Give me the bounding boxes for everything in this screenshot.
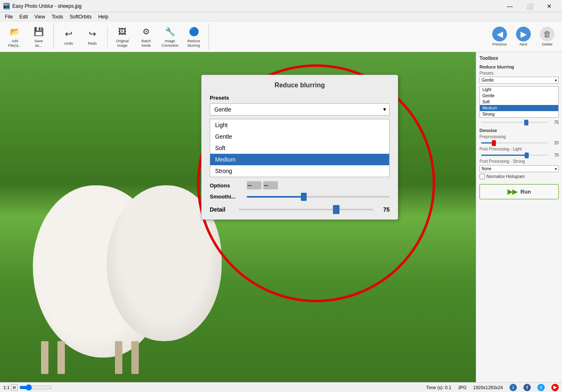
next-icon: ▶ — [516, 27, 531, 41]
smoothing-row: Smoothi... — [210, 194, 390, 200]
reduce-blurring-panel: Reduce blurring Presets Gentle ▼ Light G… — [201, 75, 398, 220]
menu-softorbits[interactable]: SoftOrbits — [67, 12, 95, 21]
status-right: Time (s): 0.1 JPG 1920x1283x24 i f t ▶ — [426, 384, 559, 391]
menu-tools[interactable]: Tools — [48, 12, 67, 21]
save-as-icon: 💾 — [32, 25, 45, 38]
zoom-controls: 1:1 ⊞ — [3, 384, 52, 391]
run-label: Run — [521, 189, 531, 195]
close-button[interactable]: ✕ — [540, 0, 559, 12]
next-label: Next — [520, 42, 528, 46]
toolbox-post-light-value: 70 — [549, 153, 559, 157]
option-icon-1[interactable] — [247, 181, 262, 189]
batch-mode-button[interactable]: ⚙ BatchMode — [135, 23, 158, 50]
undo-icon: ↩ — [62, 27, 75, 41]
toolbox-preprocessing-slider[interactable] — [481, 142, 547, 144]
menu-file[interactable]: File — [2, 12, 16, 21]
youtube-icon[interactable]: ▶ — [551, 384, 559, 391]
toolbox-post-strong-wrapper: None Light Medium Strong ▼ — [479, 165, 559, 172]
menu-help[interactable]: Help — [95, 12, 112, 21]
add-file-label: AddFile(s)... — [8, 39, 22, 48]
options-label: Options — [210, 182, 243, 189]
toolbox-preprocessing-slider-row: 20 — [479, 141, 559, 145]
smoothing-slider[interactable] — [247, 196, 390, 198]
toolbox-preset-gentle[interactable]: Gentle — [480, 93, 558, 99]
leg-1 — [41, 341, 48, 374]
toolbox-reduce-title: Reduce blurring — [479, 64, 559, 69]
add-file-button[interactable]: 📂 AddFile(s)... — [3, 23, 26, 50]
time-label: Time (s): 0.1 — [426, 385, 451, 390]
toolbox-detail-slider[interactable] — [481, 122, 547, 123]
toolbox-preprocessing-value: 20 — [549, 141, 559, 145]
original-image-button[interactable]: 🖼 OriginalImage — [111, 23, 134, 50]
main-area: Reduce blurring Presets Gentle ▼ Light G… — [0, 52, 562, 382]
detail-slider[interactable] — [239, 209, 373, 210]
leg-3 — [115, 341, 122, 374]
facebook-icon[interactable]: f — [523, 384, 531, 391]
detail-value: 75 — [377, 206, 390, 213]
normalize-label[interactable]: Normalize Histogram — [486, 174, 525, 179]
toolbox-preprocessing-thumb[interactable] — [492, 140, 496, 146]
toolbar-edit-group: ↩ Undo ↪ Redo — [57, 26, 108, 47]
toolbox-preset-select[interactable]: Gentle — [479, 77, 559, 84]
toolbar-nav: ◀ Previous ▶ Next 🗑 Delete — [488, 25, 559, 48]
toolbox-post-strong-select[interactable]: None Light Medium Strong — [479, 165, 559, 172]
run-button[interactable]: ▶▶ Run — [479, 184, 559, 199]
detail-label: Detail — [210, 206, 234, 213]
status-bar: 1:1 ⊞ Time (s): 0.1 JPG 1920x1283x24 i f… — [0, 382, 562, 392]
delete-icon: 🗑 — [540, 27, 555, 41]
toolbox-preset-strong[interactable]: Strong — [480, 111, 558, 117]
toolbox-detail-thumb[interactable] — [524, 120, 528, 125]
image-correction-button[interactable]: 🔧 ImageCorrection — [158, 23, 181, 50]
zoom-slider[interactable] — [19, 384, 52, 391]
info-icon[interactable]: i — [509, 384, 517, 391]
zoom-level: 1:1 — [3, 385, 9, 390]
minimize-button[interactable]: — — [500, 0, 519, 12]
redo-label: Redo — [88, 41, 97, 46]
preset-dropdown-list: Light Gentle Soft Medium Strong — [210, 119, 390, 177]
batch-mode-label: BatchMode — [141, 39, 151, 48]
normalize-histogram-row: Normalize Histogram — [479, 174, 559, 179]
toolbox-preset-medium[interactable]: Medium — [480, 105, 558, 111]
toolbox-preset-soft[interactable]: Soft — [480, 99, 558, 105]
next-button[interactable]: ▶ Next — [512, 25, 535, 48]
preset-option-gentle[interactable]: Gentle — [210, 131, 389, 142]
save-as-button[interactable]: 💾 Saveas... — [27, 23, 50, 50]
image-correction-icon: 🔧 — [163, 25, 177, 38]
delete-button[interactable]: 🗑 Delete — [536, 25, 559, 48]
toolbox-detail-value: 75 — [549, 120, 559, 125]
detail-row: Detail 75 — [210, 206, 390, 213]
original-image-icon: 🖼 — [116, 25, 129, 38]
toolbox-preset-light[interactable]: Light — [480, 87, 558, 93]
undo-label: Undo — [64, 41, 73, 46]
menu-bar: File Edit View Tools SoftOrbits Help — [0, 12, 562, 21]
toolbox-presets-label: Presets — [479, 71, 559, 75]
redo-button[interactable]: ↪ Redo — [81, 26, 104, 47]
toolbox-post-light-slider[interactable] — [481, 155, 547, 156]
smoothing-label: Smoothi... — [210, 194, 243, 200]
detail-thumb[interactable] — [333, 205, 339, 214]
previous-icon: ◀ — [492, 27, 507, 41]
toolbox-post-light-thumb[interactable] — [525, 153, 529, 158]
normalize-checkbox[interactable] — [479, 174, 485, 179]
preset-option-strong[interactable]: Strong — [210, 165, 389, 177]
panel-title: Reduce blurring — [210, 82, 390, 89]
preset-option-light[interactable]: Light — [210, 119, 389, 131]
option-icon-2[interactable] — [263, 181, 278, 189]
preset-option-soft[interactable]: Soft — [210, 142, 389, 154]
options-row: Options — [210, 181, 390, 189]
menu-view[interactable]: View — [31, 12, 48, 21]
presets-label: Presets — [210, 95, 390, 101]
zoom-icon-fit[interactable]: ⊞ — [11, 384, 18, 391]
maximize-button[interactable]: ⬜ — [520, 0, 539, 12]
reduce-blurring-button[interactable]: 🔵 Reduceblurring — [182, 23, 205, 50]
image-area[interactable]: Reduce blurring Presets Gentle ▼ Light G… — [0, 52, 476, 382]
menu-edit[interactable]: Edit — [16, 12, 31, 21]
twitter-icon[interactable]: t — [537, 384, 545, 391]
reduce-blurring-label: Reduceblurring — [187, 39, 200, 48]
toolbox-post-strong-label-row: Post Processing - Strong — [479, 159, 559, 164]
preset-select[interactable]: Gentle — [210, 103, 390, 116]
preset-option-medium[interactable]: Medium — [210, 154, 389, 165]
previous-button[interactable]: ◀ Previous — [488, 25, 511, 48]
title-bar: 📷 Easy Photo Unblur - sheeps.jpg — ⬜ ✕ — [0, 0, 562, 12]
undo-button[interactable]: ↩ Undo — [57, 26, 80, 47]
